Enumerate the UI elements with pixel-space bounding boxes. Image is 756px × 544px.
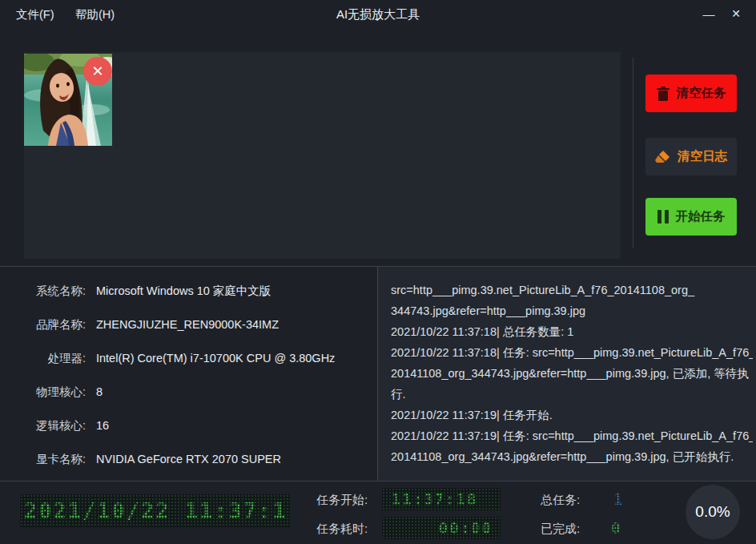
task-elapsed-led-text: 00:00: [439, 519, 493, 537]
sysinfo-value: 16: [96, 419, 109, 432]
progress-percent: 0.0%: [695, 503, 730, 521]
total-tasks-value: 1: [613, 490, 625, 509]
sysinfo-value: NVIDIA GeForce RTX 2070 SUPER: [96, 453, 281, 465]
log-line: 2021/10/22 11:37:19| 任务: src=http___pimg…: [391, 425, 753, 446]
task-thumbnail[interactable]: ✕: [24, 54, 112, 146]
sysinfo-row-brand: 品牌名称: ZHENGJIUZHE_REN9000K-34IMZ: [20, 308, 368, 341]
sysinfo-label: 处理器:: [20, 351, 86, 366]
sysinfo-row-gpu: 显卡名称: NVIDIA GeForce RTX 2070 SUPER: [20, 442, 368, 476]
delete-task-icon: ✕: [91, 64, 103, 79]
log-line: 2021/10/22 11:37:18| 总任务数量: 1: [391, 321, 753, 342]
window-title: AI无损放大工具: [0, 7, 756, 22]
log-line: 344743.jpg&refer=http___pimg.39.jpg: [391, 300, 753, 321]
sysinfo-row-os: 系统名称: Microsoft Windows 10 家庭中文版: [20, 274, 368, 308]
start-task-button[interactable]: 开始任务: [645, 198, 737, 236]
task-elapsed-label: 任务耗时:: [316, 522, 368, 537]
task-elapsed-led-display: 00:00: [382, 517, 501, 539]
datetime-led-display: 2021/10/22 11:37:1: [20, 494, 291, 527]
task-start-led-display: 11:37:18: [382, 488, 501, 510]
sysinfo-value: Intel(R) Core(TM) i7-10700K CPU @ 3.80GH…: [96, 352, 335, 365]
total-tasks-label: 总任务:: [541, 493, 580, 508]
task-list-panel: ✕: [24, 52, 621, 259]
divider-bottom: [0, 481, 756, 482]
completed-tasks-value: 0: [611, 518, 622, 538]
clear-tasks-button[interactable]: 清空任务: [645, 75, 737, 112]
system-info-panel: 系统名称: Microsoft Windows 10 家庭中文版 品牌名称: Z…: [20, 274, 368, 476]
datetime-led-text: 2021/10/22 11:37:1: [24, 498, 288, 523]
task-start-label: 任务开始:: [316, 493, 368, 508]
start-task-label: 开始任务: [676, 208, 726, 225]
log-line: 20141108_org_344743.jpg&refer=http___pim…: [391, 446, 753, 467]
sysinfo-label: 物理核心:: [20, 385, 86, 400]
log-line: 20141108_org_344743.jpg&refer=http___pim…: [391, 363, 753, 384]
clear-log-label: 清空日志: [678, 148, 727, 165]
title-bar: 文件(F) 帮助(H) AI无损放大工具 — ✕: [0, 0, 756, 29]
log-line: 2021/10/22 11:37:18| 任务: src=http___pimg…: [391, 342, 753, 363]
trash-icon: [657, 87, 670, 101]
completed-tasks-label: 已完成:: [541, 522, 580, 537]
task-start-led-text: 11:37:18: [392, 490, 478, 508]
pause-icon: [657, 210, 669, 224]
clear-tasks-label: 清空任务: [677, 85, 726, 102]
sysinfo-row-physical-cores: 物理核心: 8: [20, 375, 368, 409]
sysinfo-row-cpu: 处理器: Intel(R) Core(TM) i7-10700K CPU @ 3…: [20, 341, 368, 375]
sysinfo-label: 系统名称:: [20, 284, 86, 299]
sysinfo-label: 逻辑核心:: [20, 418, 86, 433]
log-line: 2021/10/22 11:37:19| 任务开始.: [391, 405, 753, 425]
sysinfo-value: ZHENGJIUZHE_REN9000K-34IMZ: [96, 318, 279, 331]
log-line: src=http___pimg.39.net_PictureLib_A_f76_…: [391, 280, 753, 300]
minimize-icon: —: [703, 7, 715, 21]
sysinfo-label: 品牌名称:: [20, 317, 86, 332]
minimize-button[interactable]: —: [698, 3, 719, 24]
sysinfo-value: 8: [96, 385, 103, 398]
eraser-icon: [655, 150, 670, 163]
sysinfo-label: 显卡名称:: [20, 452, 86, 467]
close-icon: ✕: [731, 7, 741, 20]
panel-separator: [633, 58, 633, 248]
log-output[interactable]: src=http___pimg.39.net_PictureLib_A_f76_…: [391, 280, 753, 467]
close-button[interactable]: ✕: [726, 3, 746, 24]
clear-log-button[interactable]: 清空日志: [645, 138, 737, 175]
progress-indicator: 0.0%: [686, 485, 740, 539]
sysinfo-value: Microsoft Windows 10 家庭中文版: [96, 284, 271, 299]
sysinfo-row-logical-cores: 逻辑核心: 16: [20, 409, 368, 442]
log-line: 行.: [391, 384, 753, 405]
delete-task-button[interactable]: ✕: [83, 57, 112, 86]
